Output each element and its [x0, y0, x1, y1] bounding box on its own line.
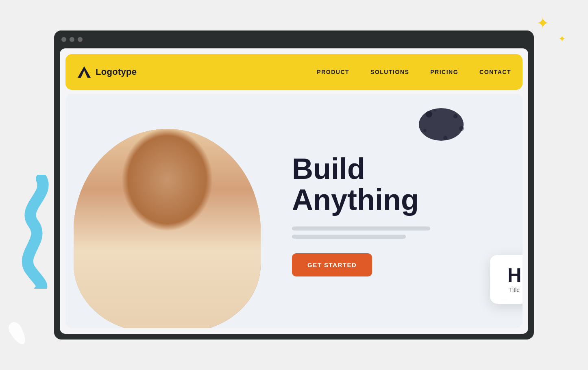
navbar-links: PRODUCT SOLUTIONS PRICING CONTACT: [317, 69, 511, 75]
navbar: Logotype PRODUCT SOLUTIONS PRICING CONTA…: [65, 54, 523, 90]
hero-title: Build Anything: [292, 154, 506, 215]
svg-point-8: [434, 109, 436, 111]
svg-point-4: [453, 114, 457, 118]
h-card-label: Title: [509, 287, 520, 293]
svg-point-6: [423, 129, 427, 132]
star-small-icon: ✦: [558, 35, 566, 44]
hero-subtitle-line-1: [292, 226, 430, 231]
logo-icon: [77, 65, 91, 79]
nav-link-pricing[interactable]: PRICING: [430, 69, 458, 75]
browser-dot-3: [78, 37, 83, 42]
browser-dot-1: [61, 37, 66, 42]
browser-titlebar: [54, 30, 534, 48]
hero-subtitle-line-2: [292, 235, 406, 239]
svg-point-2: [419, 108, 464, 141]
nav-link-solutions[interactable]: SOLUTIONS: [370, 69, 409, 75]
browser-content: Logotype PRODUCT SOLUTIONS PRICING CONTA…: [60, 48, 528, 334]
logo-text: Logotype: [96, 67, 137, 77]
leaf-decoration: [6, 320, 29, 347]
h-card-letter: H: [507, 266, 522, 285]
svg-point-5: [459, 126, 464, 131]
hero-image-area: [65, 94, 276, 328]
hero-text-area: Build Anything GET STARTED H Title: [276, 94, 523, 328]
navbar-logo: Logotype: [77, 65, 137, 79]
hero-section: Build Anything GET STARTED H Title: [65, 94, 523, 328]
person-figure: [74, 129, 261, 328]
h-title-card: H Title: [490, 255, 523, 304]
squiggle-decoration: [17, 175, 50, 289]
hero-person-blob: [74, 129, 261, 328]
splatter-decoration: [417, 106, 466, 143]
svg-point-3: [426, 111, 432, 118]
browser-dot-2: [70, 37, 74, 42]
hero-subtitle-lines: [292, 226, 506, 239]
svg-point-7: [443, 136, 447, 140]
cta-button[interactable]: GET STARTED: [292, 253, 372, 276]
nav-link-product[interactable]: PRODUCT: [317, 69, 349, 75]
star-large-icon: ✦: [536, 15, 549, 31]
browser-window: Logotype PRODUCT SOLUTIONS PRICING CONTA…: [54, 30, 534, 340]
nav-link-contact[interactable]: CONTACT: [479, 69, 511, 75]
